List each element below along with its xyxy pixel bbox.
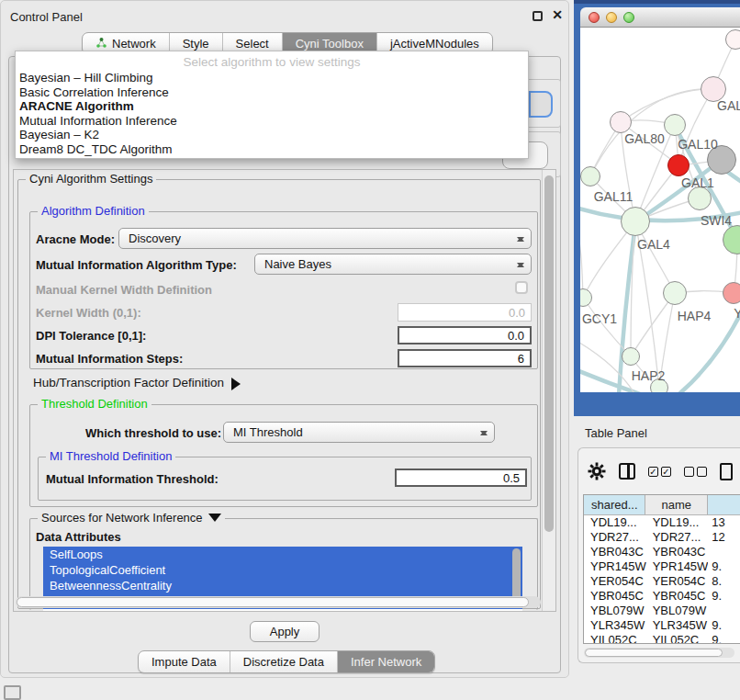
table-cell: YER054C [646,574,709,589]
table-row[interactable]: YBL079WYBL079W [584,604,740,618]
network-node[interactable] [621,207,650,236]
control-panel-window: Control Panel ✕ NetworkStyleSelectCyni T… [0,0,569,678]
gear-icon[interactable] [588,462,606,480]
network-node[interactable] [664,114,686,136]
algorithm-option[interactable]: Mutual Information Inference [16,114,528,129]
algorithm-definition-group: Algorithm Definition Aracne Mode: Discov… [29,211,538,369]
table-row[interactable]: YER054CYER054C8. [584,574,740,589]
tab-infer-network[interactable]: Infer Network [337,651,434,672]
which-threshold-select[interactable]: MI Threshold [223,422,495,443]
settings-horizontal-scrollbar[interactable] [16,596,541,608]
group-title: Threshold Definition [38,397,151,411]
network-node[interactable] [580,166,600,186]
table-cell: YBL079W [584,604,646,618]
select-all-columns-icon[interactable]: ✓✓ [648,467,671,477]
manual-kernel-checkbox[interactable] [515,281,528,294]
table-row[interactable]: YBR045CYBR045C9. [584,589,740,604]
network-node[interactable] [725,29,740,50]
scrollbar-thumb[interactable] [17,597,529,607]
network-node[interactable] [667,154,690,176]
table-row[interactable]: YPR145WYPR145W9. [584,559,740,574]
close-traffic-light-icon[interactable] [589,12,600,23]
combo-arrows-icon [517,258,524,272]
table-cell: YDL19... [584,515,646,530]
algorithm-option[interactable]: Bayesian – K2 [16,128,528,142]
node-label: HAP2 [632,368,666,383]
combo-arrows-icon [480,426,488,440]
minimize-traffic-light-icon[interactable] [606,12,617,23]
tab-label: Discretize Data [243,655,324,669]
new-table-icon[interactable] [720,463,733,480]
tab-impute-data[interactable]: Impute Data [139,651,230,672]
dpi-tolerance-input[interactable] [398,326,532,344]
node-label: GAL11 [594,189,633,204]
node-label: GCY1 [582,311,617,326]
mi-steps-label: Mutual Information Steps: [36,352,183,366]
aracne-mode-select[interactable]: Discovery [118,228,532,249]
list-scrollbar-thumb[interactable] [512,548,521,600]
table-toolbar: ✓✓ [588,457,733,485]
control-panel-title: Control Panel [10,10,83,24]
node-label: GAL [717,98,740,113]
algorithm-option[interactable]: Bayesian – Hill Climbing [16,71,528,85]
aracne-mode-label: Aracne Mode: [36,232,115,246]
table-row[interactable]: YDL19...YDL19...13 [584,515,740,530]
algorithm-option[interactable]: Basic Correlation Inference [16,85,528,100]
table-horizontal-scrollbar[interactable] [584,648,734,658]
network-icon [95,37,107,51]
table-cell: YDL19... [646,515,709,530]
which-threshold-value: MI Threshold [233,425,303,439]
tab-label: Impute Data [151,655,217,669]
network-node[interactable] [663,281,687,305]
table-row[interactable]: YLR345WYLR345W9. [584,618,740,633]
mi-algorithm-type-select[interactable]: Naive Bayes [254,254,532,275]
unselect-all-columns-icon[interactable] [684,467,707,477]
kernel-width-input[interactable] [398,303,532,322]
network-inner-window: GAL80GAL10GAL1GAL11SWI4GAL4GCY1HAP4YHAP2… [580,7,740,392]
scrollbar-thumb[interactable] [585,649,723,657]
algorithm-option[interactable]: Dream8 DC_TDC Algorithm [16,142,528,157]
settings-vertical-scrollbar[interactable] [542,170,555,611]
table-row[interactable]: YIL052CYIL052C9. [584,633,740,644]
zoom-traffic-light-icon[interactable] [623,12,634,23]
network-node[interactable] [622,347,640,366]
scrollbar-thumb[interactable] [544,175,554,532]
tab-label: Style [183,37,209,51]
table-cell: YIL052C [584,633,646,644]
hidden-panel-grip-icon[interactable] [4,685,21,700]
network-node[interactable] [723,282,740,304]
network-canvas[interactable]: GAL80GAL10GAL1GAL11SWI4GAL4GCY1HAP4YHAP2… [580,28,740,392]
close-panel-icon[interactable]: ✕ [552,7,563,22]
show-columns-icon[interactable] [619,463,635,480]
mi-type-label: Mutual Information Algorithm Type: [36,258,237,272]
column-header[interactable]: name [645,495,707,514]
table-row[interactable]: YBR043CYBR043C [584,545,740,559]
network-node[interactable] [610,111,632,133]
algorithm-combo-focus-fragment [529,91,553,118]
table-row[interactable]: YDR27...YDR27...12 [584,530,740,545]
collapsed-arrow-icon [231,378,247,390]
float-panel-icon[interactable] [533,11,543,21]
cyni-algorithm-settings-group: Cyni Algorithm Settings Algorithm Defini… [17,179,541,609]
network-window-titlebar[interactable] [580,7,740,28]
data-attribute-item[interactable]: TopologicalCoefficient [43,562,522,578]
table-cell: YDR27... [584,530,646,545]
data-attribute-item[interactable]: SelfLoops [43,547,522,562]
mi-steps-input[interactable] [398,349,532,367]
sources-toggle[interactable]: Sources for Network Inference [38,511,225,528]
tab-discretize-data[interactable]: Discretize Data [230,651,337,672]
mi-threshold-input[interactable] [395,469,527,487]
manual-kernel-label: Manual Kernel Width Definition [36,283,212,297]
algorithm-dropdown-popup: Select algorithm to view settings Bayesi… [15,51,529,159]
column-header[interactable] [708,495,740,514]
table-cell: 9. [708,633,740,644]
apply-button[interactable]: Apply [250,621,320,642]
algorithm-option[interactable]: ARACNE Algorithm [16,99,528,114]
which-threshold-label: Which threshold to use: [85,426,221,440]
table-cell: YER054C [584,574,646,589]
mi-threshold-group: MI Threshold Definition Mutual Informati… [38,457,532,501]
mi-threshold-label: Mutual Information Threshold: [46,472,219,486]
hub-definition-toggle[interactable]: Hub/Transcription Factor Definition [33,376,247,390]
data-attribute-item[interactable]: BetweennessCentrality [43,578,522,593]
column-header[interactable]: shared... [584,495,645,514]
